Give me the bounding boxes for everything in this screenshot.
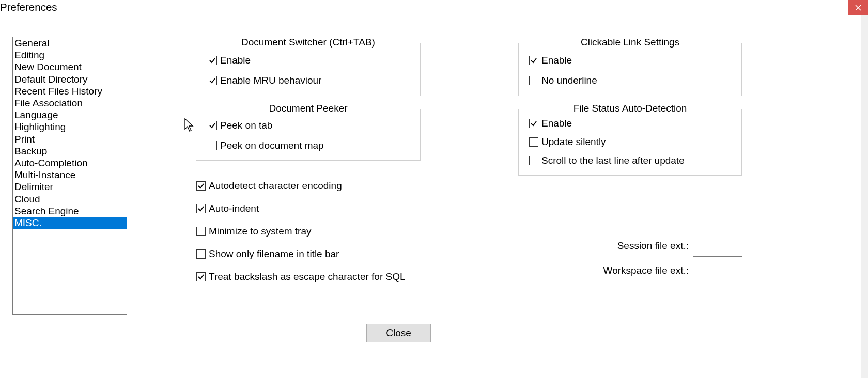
checkbox-label: Enable [541,55,572,66]
checkbox-peek-on-tab[interactable]: Peek on tab [208,120,272,131]
workspace-ext-label: Workspace file ext.: [603,265,689,276]
category-item[interactable]: Auto-Completion [13,157,127,169]
group-legend-document-switcher: Document Switcher (Ctrl+TAB) [238,37,378,48]
checkbox-label: Enable MRU behaviour [220,75,321,86]
group-clickable-link: Clickable Link Settings Enable No underl… [518,43,742,96]
checkbox-auto-indent[interactable]: Auto-indent [196,203,259,214]
close-button[interactable]: Close [366,324,431,342]
checkbox-doc-switcher-mru[interactable]: Enable MRU behaviour [208,75,321,86]
checkbox-label: Peek on tab [220,120,272,131]
checkbox-label: Auto-indent [209,203,259,214]
group-legend-clickable-link: Clickable Link Settings [578,37,683,48]
category-item[interactable]: Multi-Instance [13,169,127,181]
checkbox-autodetect-encoding[interactable]: Autodetect character encoding [196,180,342,192]
cursor-icon [184,118,195,133]
group-document-peeker: Document Peeker Peek on tab Peek on docu… [196,109,421,161]
checkbox-label: Scroll to the last line after update [541,155,685,166]
close-icon [855,5,861,11]
workspace-ext-input[interactable] [693,260,742,281]
category-item[interactable]: New Document [13,61,127,73]
checkbox-file-status-enable[interactable]: Enable [529,118,572,129]
category-item[interactable]: Delimiter [13,181,127,193]
checkbox-filename-only-title[interactable]: Show only filename in title bar [196,248,339,260]
checkbox-label: Minimize to system tray [209,226,311,237]
group-legend-document-peeker: Document Peeker [266,103,350,114]
category-item[interactable]: General [13,37,127,49]
checkbox-link-enable[interactable]: Enable [529,55,572,66]
session-ext-input[interactable] [693,235,742,257]
category-item[interactable]: Editing [13,49,127,61]
checkbox-label: Update silently [541,136,606,148]
close-button-label: Close [386,327,411,339]
checkbox-label: Enable [541,118,572,129]
checkbox-label: Peek on document map [220,140,324,151]
dialog-title: Preferences [0,1,57,13]
session-ext-label: Session file ext.: [617,240,689,251]
checkbox-minimize-tray[interactable]: Minimize to system tray [196,226,311,237]
category-item[interactable]: Default Directory [13,73,127,85]
checkbox-doc-switcher-enable[interactable]: Enable [208,55,251,66]
window-close-button[interactable] [848,0,868,15]
checkbox-file-status-silent[interactable]: Update silently [529,136,606,148]
checkbox-label: Enable [220,55,251,66]
group-legend-file-status: File Status Auto-Detection [570,103,690,114]
group-document-switcher: Document Switcher (Ctrl+TAB) Enable Enab… [196,43,421,96]
category-item[interactable]: Recent Files History [13,85,127,97]
checkbox-label: No underline [541,75,597,86]
checkbox-label: Show only filename in title bar [209,248,339,260]
category-item[interactable]: Search Engine [13,205,127,217]
category-item[interactable]: Backup [13,145,127,157]
checkbox-label: Autodetect character encoding [209,180,342,192]
category-item[interactable]: Cloud [13,193,127,205]
category-item[interactable]: Print [13,133,127,145]
checkbox-label: Treat backslash as escape character for … [209,271,406,282]
group-file-status: File Status Auto-Detection Enable Update… [518,109,742,176]
category-listbox[interactable]: GeneralEditingNew DocumentDefault Direct… [12,37,127,315]
checkbox-backslash-sql[interactable]: Treat backslash as escape character for … [196,271,406,282]
category-item[interactable]: MISC. [13,217,127,229]
category-item[interactable]: Highlighting [13,121,127,133]
checkbox-peek-on-map[interactable]: Peek on document map [208,140,324,151]
category-item[interactable]: Language [13,109,127,121]
checkbox-link-no-underline[interactable]: No underline [529,75,597,86]
category-item[interactable]: File Association [13,97,127,109]
checkbox-file-status-scroll[interactable]: Scroll to the last line after update [529,155,685,166]
vertical-scrollbar[interactable] [861,15,868,378]
